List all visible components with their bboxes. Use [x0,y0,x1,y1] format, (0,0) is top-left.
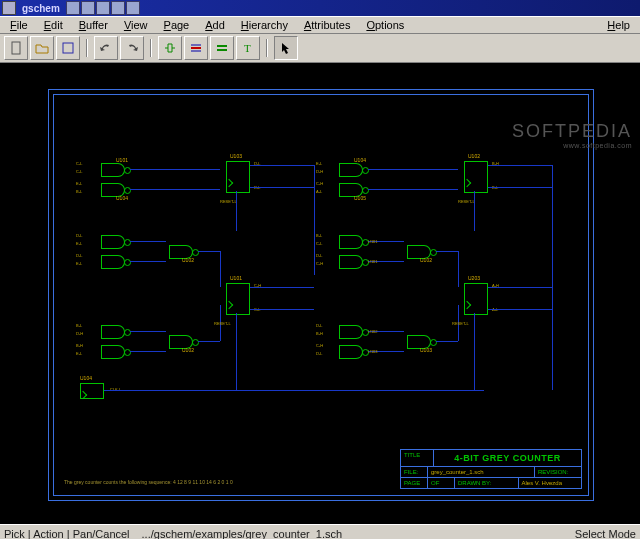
net-label: B-L [76,189,82,194]
add-text-icon[interactable]: T [236,36,260,60]
refdes: U102 [468,153,480,159]
menu-help[interactable]: Help [599,19,638,31]
net-label: C-H [316,181,323,186]
sheet-border-outer: U101 U104 C-L C-L E-L B-L U103 D-L D-L R… [48,89,594,501]
wire[interactable] [368,169,458,170]
svg-rect-0 [12,42,20,54]
clock-source[interactable] [80,383,104,399]
wire[interactable] [198,251,220,252]
wire[interactable] [220,251,221,287]
select-mode-icon[interactable] [274,36,298,60]
wire[interactable] [436,341,458,342]
net-label: C-L [76,169,82,174]
wire[interactable] [552,165,553,390]
flipflop[interactable] [226,161,250,193]
wire[interactable] [130,351,166,352]
min-icon[interactable] [66,1,80,15]
wire[interactable] [488,165,552,166]
gate-nand[interactable] [340,163,363,177]
wire[interactable] [130,331,166,332]
menu-file[interactable]: File [2,19,36,31]
status-filepath: .../gschem/examples/grey_counter_1.sch [142,528,575,539]
gate-nand[interactable] [340,255,363,269]
net-label: RESET-L [214,321,231,326]
menu-attributes[interactable]: Attributes [296,19,358,31]
refdes: U104 [80,375,92,381]
menu-add[interactable]: Add [197,19,233,31]
wire[interactable] [104,390,484,391]
wire[interactable] [488,187,552,188]
wire[interactable] [130,241,166,242]
system-menu-icon[interactable] [2,1,16,15]
redo-icon[interactable] [120,36,144,60]
wire[interactable] [488,287,552,288]
statusbar: Pick | Action | Pan/Cancel .../gschem/ex… [0,524,640,539]
wire[interactable] [130,189,220,190]
menu-edit[interactable]: Edit [36,19,71,31]
net-label: C-L [316,241,322,246]
net-label: D-L [316,351,322,356]
wire[interactable] [130,169,220,170]
wire[interactable] [474,313,475,390]
flipflop[interactable] [226,283,250,315]
max-icon[interactable] [81,1,95,15]
canvas-wrap: SOFTPEDIA www.softpedia.com U101 U104 C-… [0,63,640,524]
undo-icon[interactable] [94,36,118,60]
refdes: U102 [182,257,194,263]
net-label: C-L [76,161,82,166]
tb-page-of-label: OF [428,478,455,488]
gate-nand[interactable] [102,235,125,249]
save-file-icon[interactable] [56,36,80,60]
add-component-icon[interactable] [158,36,182,60]
add-net-icon[interactable] [184,36,208,60]
wire[interactable] [130,261,166,262]
wire[interactable] [250,165,314,166]
net-label: D-H [316,169,323,174]
wire[interactable] [250,287,314,288]
menu-options[interactable]: Options [358,19,412,31]
gate-nand[interactable] [102,163,125,177]
wire[interactable] [250,187,314,188]
gate-nand[interactable] [340,325,363,339]
menu-view[interactable]: View [116,19,156,31]
refdes: U101 [368,259,378,264]
gate-nand[interactable] [340,345,363,359]
wire[interactable] [198,341,220,342]
close-icon[interactable] [126,1,140,15]
refdes: U101 [116,157,128,163]
wire[interactable] [474,191,475,231]
gate-nand[interactable] [102,325,125,339]
refdes: U103 [368,349,378,354]
wire[interactable] [436,251,458,252]
net-label: E-L [76,181,82,186]
open-file-icon[interactable] [30,36,54,60]
flipflop[interactable] [464,283,488,315]
gate-nand[interactable] [102,345,125,359]
tb-drawn-value: Ales V. Hvezda [519,478,582,488]
status-hint: Pick | Action | Pan/Cancel [4,528,142,539]
gate-nand[interactable] [340,235,363,249]
wire[interactable] [488,309,552,310]
menu-buffer[interactable]: Buffer [71,19,116,31]
wire[interactable] [250,309,314,310]
refdes: U102 [182,347,194,353]
menu-page[interactable]: Page [156,19,198,31]
tb-drawn-label: DRAWN BY: [455,478,519,488]
gate-nand[interactable] [102,255,125,269]
flipflop[interactable] [464,161,488,193]
schematic-canvas[interactable]: U101 U104 C-L C-L E-L B-L U103 D-L D-L R… [0,63,640,524]
wire[interactable] [314,165,315,275]
shade-icon[interactable] [111,1,125,15]
refdes: U104 [116,195,128,201]
net-label: C-H [316,261,323,266]
iconify-icon[interactable] [96,1,110,15]
add-bus-icon[interactable] [210,36,234,60]
net-label: A-L [316,189,322,194]
wire[interactable] [458,251,459,287]
wire[interactable] [236,191,237,231]
new-file-icon[interactable] [4,36,28,60]
wire[interactable] [368,189,458,190]
wire[interactable] [236,313,237,390]
net-label: B-H [316,331,323,336]
menu-hierarchy[interactable]: Hierarchy [233,19,296,31]
